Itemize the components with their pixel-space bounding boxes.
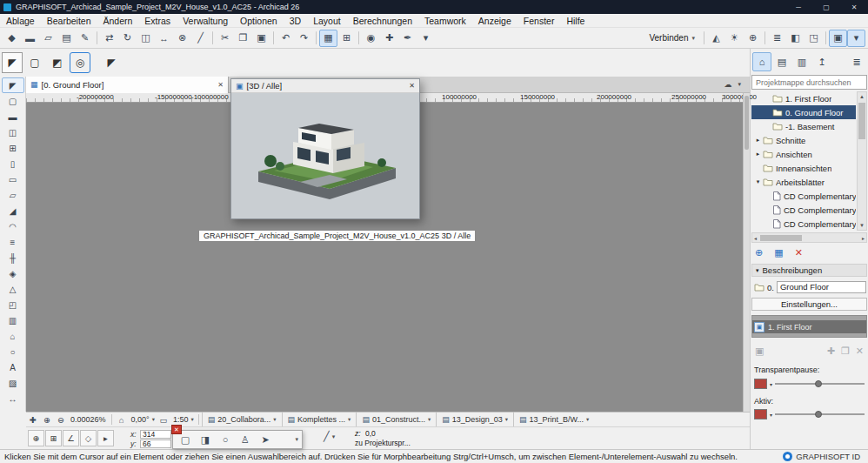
menu-item[interactable]: Teamwork: [418, 14, 472, 27]
window-3d-viewport[interactable]: [231, 93, 419, 218]
minimize-button[interactable]: ─: [785, 0, 812, 14]
magnet-icon[interactable]: ◎: [70, 52, 90, 73]
expand-arrow-icon[interactable]: ▸: [754, 137, 762, 144]
door-tool[interactable]: ◫: [2, 124, 24, 140]
menu-item[interactable]: Extras: [138, 14, 177, 27]
3d-visualization-icon[interactable]: ◭: [707, 30, 725, 47]
sun-study-icon[interactable]: ☀: [725, 30, 744, 47]
descriptions-header[interactable]: ▾ Beschreibungen: [751, 264, 867, 277]
snap-points-icon[interactable]: ✚: [380, 30, 398, 47]
scrollbar-thumb[interactable]: [760, 235, 802, 241]
separator[interactable]: [704, 31, 704, 44]
quick-select-icon[interactable]: ◩: [47, 52, 68, 73]
separator[interactable]: [358, 31, 359, 44]
rotate-icon[interactable]: ↻: [118, 30, 137, 47]
separator[interactable]: [97, 31, 97, 44]
tree-item[interactable]: 0. Ground Floor: [751, 105, 856, 119]
add-floor-icon[interactable]: ✚: [827, 346, 835, 357]
sphere-3d-icon[interactable]: ○: [217, 432, 234, 447]
intersect-icon[interactable]: ⊗: [173, 30, 191, 47]
close-icon[interactable]: ✕: [409, 82, 415, 90]
curtain-wall-tool[interactable]: ▥: [2, 312, 24, 328]
coord-relative-icon[interactable]: ▸: [97, 430, 114, 446]
railing-tool[interactable]: ╫: [2, 250, 24, 265]
mirror-icon[interactable]: ◫: [137, 30, 155, 47]
tab-menu-icon[interactable]: ▾: [738, 81, 741, 88]
slab-icon[interactable]: ▱: [39, 30, 57, 47]
transparency-slider[interactable]: [775, 378, 865, 390]
chevron-down-icon[interactable]: ▾: [770, 381, 772, 387]
window-3d-title-bar[interactable]: ▣ [3D / Alle] ✕: [231, 79, 419, 93]
pen-line-button[interactable]: ╱ ▾: [324, 431, 335, 442]
grid-snap-icon[interactable]: ▦: [319, 30, 337, 47]
chevron-down-icon[interactable]: ▾: [505, 416, 508, 423]
stretch-icon[interactable]: ↔: [155, 30, 173, 47]
copy-floor-icon[interactable]: ❐: [841, 346, 850, 357]
chevron-down-icon[interactable]: ▾: [586, 416, 589, 423]
chevron-down-icon[interactable]: ▾: [770, 412, 772, 418]
slider-thumb[interactable]: [815, 380, 822, 387]
project-map-icon[interactable]: ⌂: [752, 52, 771, 71]
layout-book-icon[interactable]: ▥: [792, 52, 811, 71]
floor-name-field[interactable]: Ground Floor: [777, 281, 866, 293]
scroll-left-icon[interactable]: ◂: [754, 235, 757, 241]
marquee-tool[interactable]: ▢: [2, 93, 24, 109]
chevron-down-icon[interactable]: ▾: [273, 416, 276, 423]
scroll-right-icon[interactable]: ▸: [862, 235, 865, 241]
separator[interactable]: [273, 31, 274, 44]
menu-item[interactable]: Fenster: [517, 14, 561, 27]
separator[interactable]: [212, 31, 213, 44]
settings-button[interactable]: Einstellungen...: [751, 298, 867, 311]
wall-tool[interactable]: ▬: [2, 109, 24, 124]
menu-item[interactable]: 3D: [284, 14, 307, 27]
morph-tool[interactable]: ◈: [2, 265, 24, 281]
delete-view-icon[interactable]: ✕: [795, 247, 803, 258]
scale-value[interactable]: 1:50: [170, 415, 191, 424]
coord-polar-icon[interactable]: ◇: [80, 430, 97, 446]
snap-guides-icon[interactable]: ⊞: [337, 30, 356, 47]
expand-arrow-icon[interactable]: ▸: [754, 151, 762, 158]
view-tab-01-construct[interactable]: ▤ 01_Construct... ▾: [356, 413, 436, 426]
properties-icon[interactable]: ▣: [755, 346, 764, 357]
cloud-icon[interactable]: ☁: [724, 80, 731, 89]
figure-icon[interactable]: ♙: [237, 432, 254, 447]
tree-item[interactable]: CD Complementary I: [751, 189, 856, 203]
pick-up-parameters-icon[interactable]: ✒: [398, 30, 417, 47]
split-icon[interactable]: ╱: [191, 30, 210, 47]
verbinden-dropdown[interactable]: Verbinden ▾: [643, 31, 701, 44]
stair-tool[interactable]: ≡: [2, 234, 24, 250]
fill-tool[interactable]: ▨: [2, 375, 24, 391]
cut-icon[interactable]: ✂: [216, 30, 234, 47]
maximize-button[interactable]: ▢: [812, 0, 840, 14]
z-coordinate-value[interactable]: 0,0: [365, 429, 376, 438]
tree-item[interactable]: -1. Basement: [751, 119, 856, 133]
extrude-icon[interactable]: ◨: [197, 432, 214, 447]
panel-toggle-icon[interactable]: ▣: [829, 30, 847, 47]
delete-floor-icon[interactable]: ✕: [856, 346, 864, 357]
tree-item[interactable]: ▾ Arbeitsblätter: [751, 175, 856, 189]
scrollbar-thumb[interactable]: [858, 103, 865, 139]
tree-item[interactable]: Innenansichten: [751, 161, 856, 175]
chevron-down-icon[interactable]: ▾: [190, 416, 195, 423]
layers-icon[interactable]: ▤: [57, 30, 76, 47]
window-3d-alle[interactable]: ▣ [3D / Alle] ✕: [230, 78, 420, 219]
tree-item[interactable]: CD Complementary I: [751, 203, 856, 217]
select-tool[interactable]: ◤: [2, 77, 24, 93]
chevron-down-icon[interactable]: ▾: [348, 416, 351, 423]
close-tab-icon[interactable]: ✕: [217, 81, 224, 89]
zone-tool[interactable]: ◰: [2, 297, 24, 312]
separator[interactable]: [316, 31, 317, 44]
tree-vertical-scrollbar[interactable]: ▲ ▼: [857, 91, 867, 231]
x-coordinate-field[interactable]: 314: [140, 430, 171, 439]
slider-thumb[interactable]: [815, 411, 822, 418]
active-slider[interactable]: [775, 408, 865, 420]
scroll-down-icon[interactable]: ▼: [859, 221, 865, 230]
pan-icon[interactable]: ✚: [26, 413, 40, 426]
coord-angle-icon[interactable]: ∠: [63, 430, 79, 446]
close-button[interactable]: ✕: [840, 0, 868, 14]
view-tab-20-collabora[interactable]: ▤ 20_Collabora... ▾: [202, 413, 282, 426]
zoom-out-icon[interactable]: ⊖: [54, 413, 68, 426]
copy-icon[interactable]: ❐: [234, 30, 252, 47]
dimension-tool[interactable]: ↔: [2, 391, 24, 406]
redo-icon[interactable]: ↷: [295, 30, 313, 47]
